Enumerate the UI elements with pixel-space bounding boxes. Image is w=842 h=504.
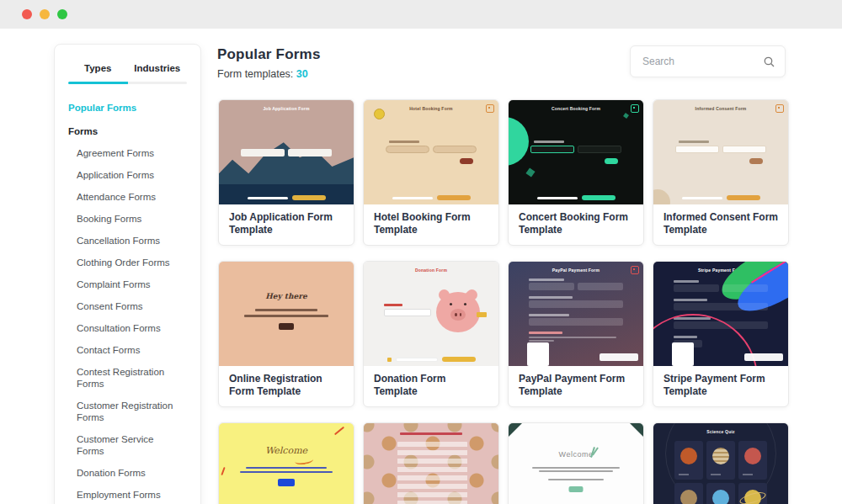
search-box[interactable] <box>630 45 786 77</box>
thumb-input <box>529 300 623 308</box>
sidebar-item-attendance-forms[interactable]: Attendance Forms <box>68 191 179 203</box>
window-titlebar <box>0 0 842 29</box>
thumb-input <box>529 318 623 326</box>
thumb-title-line <box>400 432 462 435</box>
sidebar-item-customer-registration-forms[interactable]: Customer Registration Forms <box>68 400 179 423</box>
pig-ear <box>436 287 451 302</box>
thumb-input-row <box>653 146 788 153</box>
template-card-online-registration[interactable]: Hey there Online Registration Form Templ… <box>218 261 354 407</box>
receipt-graphic <box>527 342 549 366</box>
planet-tile <box>674 483 703 504</box>
template-card-hotel-booking[interactable]: Hotel Booking Form Hotel Booking Form Te… <box>363 99 499 246</box>
sidebar-item-cancellation-forms[interactable]: Cancellation Forms <box>68 235 179 247</box>
template-thumbnail: Informed Consent Form <box>653 100 788 204</box>
sidebar-item-agreement-forms[interactable]: Agreement Forms <box>68 147 179 159</box>
tab-types[interactable]: Types <box>68 58 128 82</box>
tab-underline <box>68 82 187 84</box>
triangle-graphic <box>525 167 535 177</box>
thumb-input <box>530 146 574 153</box>
tab-industries[interactable]: Industries <box>128 58 188 82</box>
template-card-informed-consent[interactable]: Informed Consent Form Informed Consent F… <box>653 99 789 246</box>
template-card-stripe-payment[interactable]: Stripe Payment Form Stripe Payment Form … <box>653 261 789 407</box>
sidebar-category-list: Agreement Forms Application Forms Attend… <box>68 147 194 504</box>
planet-tile <box>706 441 735 480</box>
planet-tile <box>738 483 767 504</box>
thumb-text-line <box>246 467 327 469</box>
template-card-job-application[interactable]: Job Application Form Job Application For… <box>218 99 354 246</box>
thumb-input <box>674 303 768 310</box>
swoosh-graphic <box>294 456 313 466</box>
search-input[interactable] <box>641 55 764 68</box>
thumb-field-label <box>384 304 402 306</box>
sidebar-item-complaint-forms[interactable]: Complaint Forms <box>68 279 179 290</box>
thumb-input <box>529 283 574 290</box>
thumb-button <box>437 195 471 200</box>
sidebar-item-contest-registration-forms[interactable]: Contest Registration Forms <box>68 366 179 390</box>
planet-tile <box>738 441 767 480</box>
sidebar-section-forms[interactable]: Forms <box>68 126 194 136</box>
thumb-next-button <box>749 158 763 164</box>
made-with-badge <box>744 353 783 361</box>
sidebar-item-application-forms[interactable]: Application Forms <box>68 169 179 181</box>
minimize-window-icon[interactable] <box>40 9 50 19</box>
template-card-yellow-welcome[interactable]: Welcome <box>218 422 354 504</box>
zoom-window-icon[interactable] <box>57 9 67 19</box>
pig-snout <box>450 309 466 321</box>
count-label: Form templates: <box>217 68 293 80</box>
thumb-text-line <box>539 470 613 472</box>
thumb-field-label <box>534 141 564 143</box>
thumb-input <box>578 283 623 290</box>
sidebar-item-booking-forms[interactable]: Booking Forms <box>68 213 179 225</box>
sidebar-item-consultation-forms[interactable]: Consultation Forms <box>68 322 179 334</box>
sidebar-item-consent-forms[interactable]: Consent Forms <box>68 300 179 312</box>
sidebar-item-employment-forms[interactable]: Employment Forms <box>68 489 179 501</box>
sidebar-tabs: Types Industries <box>55 45 200 82</box>
thumb-form-title: Welcome <box>219 445 354 456</box>
receipt-graphic <box>672 342 694 366</box>
thumb-input <box>722 146 766 153</box>
thumb-input-row <box>219 149 354 157</box>
template-card-clean-welcome[interactable]: Welcome <box>508 422 644 504</box>
thumb-field-label <box>529 296 573 299</box>
piggy-bank-graphic <box>436 292 480 332</box>
template-thumbnail: Welcome <box>509 423 643 504</box>
sidebar-item-donation-forms[interactable]: Donation Forms <box>68 467 179 479</box>
close-window-icon[interactable] <box>22 9 32 19</box>
thumb-footer-bar <box>364 195 498 200</box>
thumb-field-label <box>674 280 699 283</box>
saturn-ring-graphic <box>744 490 761 504</box>
sidebar-item-clothing-order-forms[interactable]: Clothing Order Forms <box>68 257 179 268</box>
thumb-field-label <box>389 141 419 143</box>
template-card-donation[interactable]: Donation Form Donation Form Template <box>363 261 499 407</box>
sidebar-item-customer-service-forms[interactable]: Customer Service Forms <box>68 433 179 457</box>
template-title: Informed Consent Form Template <box>653 204 788 245</box>
sidebar-item-popular-forms[interactable]: Popular Forms <box>68 103 194 113</box>
template-title: PayPal Payment Form Template <box>509 366 643 406</box>
template-thumbnail: Welcome <box>219 423 354 504</box>
template-thumbnail: Concert Booking Form <box>509 100 643 204</box>
thumb-field-label <box>529 314 569 316</box>
template-thumbnail: Donation Form <box>364 262 498 366</box>
pig-ear <box>464 287 479 302</box>
thumb-next-button <box>605 158 618 164</box>
template-card-bread-survey[interactable] <box>363 422 499 504</box>
thumb-text-line <box>240 471 333 473</box>
thumb-button <box>442 357 476 362</box>
thumb-form-title: Hotel Booking Form <box>364 106 498 111</box>
template-title: Concert Booking Form Template <box>509 204 643 245</box>
neptune-planet-graphic <box>712 490 729 504</box>
moon-graphic <box>680 490 697 504</box>
sidebar-item-contact-forms[interactable]: Contact Forms <box>68 344 179 356</box>
thumb-button <box>279 323 294 330</box>
thumb-button <box>569 486 584 492</box>
template-card-concert-booking[interactable]: Concert Booking Form Concert Booking For… <box>508 99 644 246</box>
thumb-form-title: Science Quiz <box>653 429 788 434</box>
template-thumbnail: Job Application Form <box>219 100 354 204</box>
template-card-science-quiz[interactable]: Science Quiz <box>653 422 789 504</box>
template-title: Hotel Booking Form Template <box>364 204 498 245</box>
template-thumbnail: Stripe Payment Form <box>653 262 788 366</box>
planet-tiles <box>674 441 767 504</box>
thumb-input <box>433 146 477 153</box>
template-card-paypal-payment[interactable]: PayPal Payment Form PayPal Payment Form … <box>508 261 644 407</box>
template-count: Form templates: 30 <box>217 68 321 80</box>
